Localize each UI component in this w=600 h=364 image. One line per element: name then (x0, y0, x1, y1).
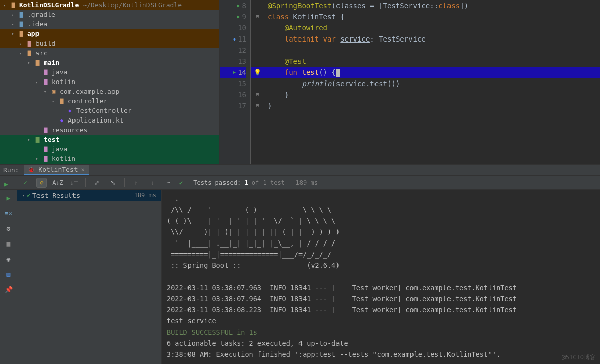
fold-margin-line[interactable] (251, 56, 265, 67)
tree-item-app[interactable]: ▾▇app (0, 29, 219, 38)
chevron-down-icon[interactable]: ▾ (44, 89, 50, 94)
fold-margin-line[interactable]: ⊟ (251, 11, 265, 22)
run-toolbar: ✓ ⊘ A↓Z ↓≡ ⤢ ⤡ ↑ ↓ ⋯ ✔ Tests passed: 1 o… (0, 176, 600, 190)
tree-item-kotlindslgradle[interactable]: ▾▇KotlinDSLGradle~/Desktop/KotlinDSLGrad… (0, 0, 219, 10)
editor-fold-margin[interactable]: ⊟💡⊟⊟ (250, 0, 265, 164)
tree-item-kotlin[interactable]: ▾▇kotlin (0, 77, 219, 87)
tree-item-src[interactable]: ▾▇src (0, 48, 219, 58)
code-line-12[interactable] (265, 45, 600, 56)
tree-item-application-kt[interactable]: ◆Application.kt (0, 115, 219, 125)
gutter-line-17[interactable]: 17 (220, 100, 246, 111)
collapse-all-icon[interactable]: ⤡ (108, 178, 118, 188)
tree-item-java[interactable]: ▇java (0, 144, 219, 154)
tree-item-resources[interactable]: ▇resources (0, 125, 219, 135)
tree-item--idea[interactable]: ▸▇.idea (0, 19, 219, 29)
pin-icon[interactable]: 📌 (4, 284, 14, 294)
test-results-root[interactable]: ▾ ✔ Test Results 189 ms (17, 190, 161, 201)
tree-item-controller[interactable]: ▾▇controller (0, 96, 219, 106)
chevron-down-icon[interactable]: ▾ (52, 99, 58, 104)
chevron-down-icon[interactable]: ▾ (27, 137, 33, 142)
chevron-down-icon[interactable]: ▾ (27, 60, 33, 65)
project-tree[interactable]: ▾▇KotlinDSLGradle~/Desktop/KotlinDSLGrad… (0, 0, 220, 164)
code-line-13[interactable]: @Test (265, 56, 600, 67)
show-icon[interactable]: ◉ (4, 254, 14, 264)
gutter-line-12[interactable]: 12 (220, 45, 246, 56)
chevron-down-icon[interactable]: ▾ (11, 31, 17, 36)
fold-margin-line[interactable] (251, 22, 265, 33)
chevron-down-icon[interactable]: ▾ (35, 156, 42, 161)
line-number: 13 (238, 56, 246, 67)
tree-item-kotlin[interactable]: ▾▇kotlin (0, 154, 219, 164)
rerun-failed-icon[interactable]: ≡× (4, 208, 14, 218)
tree-item--gradle[interactable]: ▸▇.gradle (0, 10, 219, 19)
intention-bulb-icon[interactable]: 💡 (254, 67, 261, 78)
close-icon[interactable]: × (81, 166, 85, 173)
code-line-9[interactable]: class KotlinTest { (265, 11, 600, 22)
rerun-top-icon[interactable]: ▶ (4, 180, 8, 188)
code-line-16[interactable]: } (265, 89, 600, 100)
run-gutter-icon[interactable]: ▶ (233, 67, 236, 78)
gutter-line-10[interactable]: 10 (220, 22, 246, 33)
stop-icon[interactable]: ■ (4, 238, 14, 249)
fold-margin-line[interactable]: ⊟ (251, 89, 265, 100)
code-line-11[interactable]: lateinit var service: TestService (265, 33, 600, 45)
fold-margin-line[interactable] (251, 33, 265, 45)
chevron-right-icon[interactable]: ▸ (11, 12, 17, 17)
code-editor[interactable]: ▶8▶910◆111213▶14151617 ⊟💡⊟⊟ @SpringBootT… (220, 0, 600, 164)
gutter-line-8[interactable]: ▶8 (220, 0, 246, 11)
test-results-tree[interactable]: ▾ ✔ Test Results 189 ms (17, 190, 162, 364)
tree-item-label: resources (52, 126, 87, 134)
show-passed-icon[interactable]: ✓ (20, 178, 30, 188)
tree-item-com-example-app[interactable]: ▾▣com.example.app (0, 87, 219, 96)
gutter-line-9[interactable]: ▶9 (220, 11, 246, 22)
fold-icon[interactable]: ⊟ (256, 100, 259, 111)
tree-item-main[interactable]: ▾▇main (0, 58, 219, 67)
chevron-down-icon[interactable]: ▾ (3, 3, 9, 8)
fold-margin-line[interactable] (251, 78, 265, 89)
show-ignored-icon[interactable]: ⊘ (36, 178, 47, 188)
code-line-8[interactable]: @SpringBootTest(classes = [TestService::… (265, 0, 600, 11)
gutter-line-15[interactable]: 15 (220, 78, 246, 89)
tree-item-java[interactable]: ▇java (0, 67, 219, 77)
gutter-line-14[interactable]: ▶14 (220, 67, 246, 78)
chevron-right-icon[interactable]: ▸ (11, 22, 17, 27)
fold-icon[interactable]: ⊟ (256, 11, 259, 22)
tree-item-label: test (44, 136, 59, 143)
fold-margin-line[interactable]: ⊟ (251, 100, 265, 111)
layout-icon[interactable]: ▧ (4, 269, 14, 279)
code-line-10[interactable]: @Autowired (265, 22, 600, 33)
chevron-down-icon[interactable]: ▾ (35, 79, 42, 85)
run-tab[interactable]: 🐞 KotlinTest × (24, 165, 89, 175)
chevron-right-icon[interactable]: ▸ (19, 41, 25, 46)
tree-item-testcontroller[interactable]: ◆TestController (0, 106, 219, 115)
fold-margin-line[interactable] (251, 45, 265, 56)
code-line-15[interactable]: println(service.test()) (265, 78, 600, 89)
gutter-line-16[interactable]: 16 (220, 89, 246, 100)
fold-margin-line[interactable] (251, 0, 265, 11)
chevron-down-icon[interactable]: ▾ (22, 193, 25, 198)
run-gutter-icon[interactable]: ▶ (237, 0, 240, 11)
prev-test-icon[interactable]: ↑ (131, 178, 141, 188)
more-icon[interactable]: ⋯ (163, 178, 173, 188)
next-test-icon[interactable]: ↓ (147, 178, 157, 188)
gutter-line-11[interactable]: ◆11 (220, 33, 246, 45)
gutter-line-13[interactable]: 13 (220, 56, 246, 67)
tree-item-label: TestController (76, 107, 132, 114)
sort-icon[interactable]: A↓Z (53, 178, 63, 188)
sort-duration-icon[interactable]: ↓≡ (69, 178, 79, 188)
tree-item-label: KotlinDSLGradle (19, 1, 79, 9)
code-line-17[interactable]: } (265, 100, 600, 111)
code-line-14[interactable]: fun test() { (265, 67, 600, 78)
fold-icon[interactable]: ⊟ (256, 89, 259, 100)
editor-code-area[interactable]: @SpringBootTest(classes = [TestService::… (265, 0, 600, 164)
rerun-icon[interactable]: ▶ (4, 193, 14, 203)
fold-margin-line[interactable]: 💡 (251, 67, 265, 78)
toggle-autotest-icon[interactable]: ⚙ (4, 223, 14, 233)
tree-item-build[interactable]: ▸▇build (0, 38, 219, 48)
expand-all-icon[interactable]: ⤢ (92, 178, 102, 188)
console-output[interactable]: . ____ _ __ _ _ /\\ / ___'_ __ _ _(_)_ _… (162, 190, 600, 364)
folder-icon: ▇ (42, 155, 50, 163)
run-gutter-icon[interactable]: ▶ (237, 11, 240, 22)
chevron-down-icon[interactable]: ▾ (19, 51, 25, 56)
tree-item-test[interactable]: ▾▇test (0, 135, 219, 144)
